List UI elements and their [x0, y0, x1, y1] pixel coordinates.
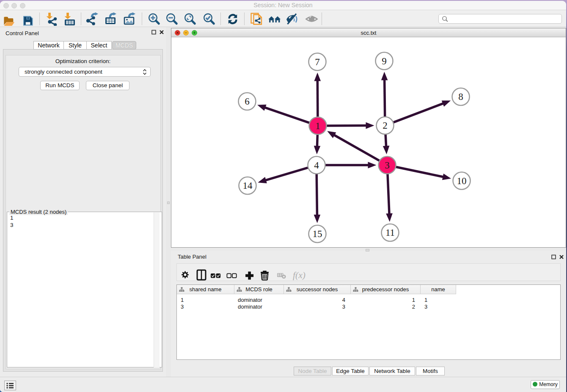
svg-text:11: 11 [385, 227, 395, 238]
svg-text:6: 6 [245, 96, 250, 107]
svg-text:3: 3 [385, 160, 390, 171]
svg-text:14: 14 [243, 180, 253, 191]
svg-text:2: 2 [383, 120, 388, 131]
svg-text:7: 7 [315, 57, 320, 67]
svg-text:4: 4 [314, 160, 319, 171]
svg-text:1: 1 [315, 121, 320, 131]
svg-text:15: 15 [313, 229, 322, 239]
svg-text:8: 8 [458, 91, 463, 102]
svg-text:f(x): f(x) [293, 270, 306, 280]
svg-text:10: 10 [457, 176, 467, 186]
svg-text:9: 9 [382, 56, 387, 66]
